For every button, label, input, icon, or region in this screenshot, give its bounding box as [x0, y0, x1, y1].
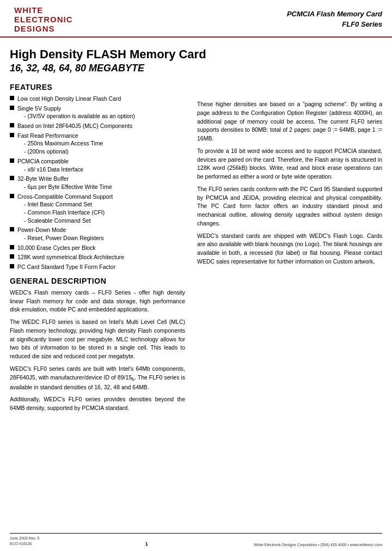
general-para-4: Additionally, WEDC's FLF0 series provide… [10, 395, 185, 413]
footer-page-number: 1 [145, 541, 148, 547]
sub-items: Intel Basic Command Set Common Flash Int… [17, 200, 185, 224]
footer-eco: ECO #16130 [10, 541, 39, 547]
footer-left: June 2003 Rev. 5 ECO #16130 [10, 536, 39, 547]
feature-text: Single 5V Supply (3V/5V operation is ava… [17, 105, 185, 120]
left-column: FEATURES Low cost High Density Linear Fl… [10, 77, 195, 417]
sub-items: x8/ x16 Data Interface [17, 166, 185, 174]
right-column: These higher densities are based on a "p… [195, 77, 382, 417]
bullet-icon [10, 133, 14, 137]
right-para-4: WEDC's standard cards are shipped with W… [197, 232, 382, 266]
sub-item: 6µs per Byte Effective Write Time [24, 183, 185, 191]
list-item: 10,000 Erase Cycles per Block [10, 244, 185, 252]
sub-items: 6µs per Byte Effective Write Time [17, 183, 185, 191]
sub-item: (3V/5V operation is available as an opti… [24, 112, 185, 120]
feature-text: Cross-Compatible Command Support Intel B… [17, 193, 185, 225]
page-header: White Electronic Designs PCMCIA Flash Me… [0, 0, 392, 38]
list-item: Based on Intel 28F640J5 (MLC) Components [10, 122, 185, 130]
list-item: Cross-Compatible Command Support Intel B… [10, 193, 185, 225]
bullet-icon [10, 227, 14, 231]
right-para-2: To provide a 16 bit word wide access and… [197, 147, 382, 181]
feature-text: 32-Byte Write Buffer 6µs per Byte Effect… [17, 175, 185, 191]
bullet-icon [10, 254, 14, 259]
sub-items: 250ns Maximum Access Time (200ns optiona… [17, 139, 185, 155]
right-para-3: The FLF0 series cards conform with the P… [197, 185, 382, 228]
sub-item: (200ns optional) [24, 148, 185, 156]
bullet-icon [10, 194, 14, 198]
general-para-3: WEDC's FLF0 series cards are built with … [10, 365, 185, 392]
feature-text: 10,000 Erase Cycles per Block [17, 244, 185, 252]
bullet-icon [10, 264, 14, 268]
sub-item: Scaleable Command Set [24, 217, 185, 225]
bullet-icon [10, 106, 14, 110]
features-header: FEATURES [10, 83, 185, 91]
list-item: PC Card Standard Type II Form Factor [10, 263, 185, 271]
list-item: Single 5V Supply (3V/5V operation is ava… [10, 105, 185, 120]
sub-item: Reset, Power Down Registers [24, 234, 185, 242]
product-line-label: PCMCIA Flash Memory Card [287, 9, 382, 19]
sub-items: (3V/5V operation is available as an opti… [17, 112, 185, 120]
feature-text: PC Card Standard Type II Form Factor [17, 263, 185, 271]
page-title: High Density FLASH Memory Card [10, 47, 382, 62]
logo-text: White Electronic Designs [14, 5, 73, 33]
series-label: FLF0 Series [287, 20, 382, 29]
list-item: Low cost High Density Linear Flash Card [10, 95, 185, 103]
features-list: Low cost High Density Linear Flash Card … [10, 95, 185, 271]
sub-item: Intel Basic Command Set [24, 200, 185, 209]
page-footer: June 2003 Rev. 5 ECO #16130 1 White Elec… [10, 533, 382, 547]
general-para-1: WEDC's Flash memory cards – FLF0 Series … [10, 289, 185, 314]
sub-item: 250ns Maximum Access Time [24, 139, 185, 148]
sub-items: Reset, Power Down Registers [17, 234, 185, 242]
feature-text: Power-Down Mode Reset, Power Down Regist… [17, 226, 185, 242]
right-para-1: These higher densities are based on a "p… [197, 100, 382, 143]
list-item: Fast Read Performance 250ns Maximum Acce… [10, 132, 185, 156]
footer-company-info: White Electronic Designs Corporation • (… [254, 543, 382, 547]
feature-text: PCMCIA compatible x8/ x16 Data Interface [17, 157, 185, 173]
feature-text: 128K word symmetrical Block Architecture [17, 253, 185, 261]
feature-text: Low cost High Density Linear Flash Card [17, 95, 185, 103]
general-para-2: The WEDC FLF0 series is based on Intel's… [10, 318, 185, 361]
sub-item: Common Flash Interface (CFI) [24, 209, 185, 217]
list-item: 128K word symmetrical Block Architecture [10, 253, 185, 261]
bullet-icon [10, 176, 14, 180]
bullet-icon [10, 96, 14, 100]
page-subtitle: 16, 32, 48, 64, 80 MEGABYTE [10, 63, 382, 74]
logo-area: White Electronic Designs [10, 5, 70, 33]
feature-text: Fast Read Performance 250ns Maximum Acce… [17, 132, 185, 156]
title-section: High Density FLASH Memory Card 16, 32, 4… [0, 38, 392, 77]
content-area: FEATURES Low cost High Density Linear Fl… [0, 77, 392, 417]
general-description-header: GENERAL DESCRIPTION [10, 277, 185, 285]
bullet-icon [10, 123, 14, 127]
feature-text: Based on Intel 28F640J5 (MLC) Components [17, 122, 185, 130]
bullet-icon [10, 245, 14, 249]
general-description-body: WEDC's Flash memory cards – FLF0 Series … [10, 289, 185, 413]
sub-item: x8/ x16 Data Interface [24, 166, 185, 174]
header-product-info: PCMCIA Flash Memory Card FLF0 Series [287, 9, 382, 29]
footer-date: June 2003 Rev. 5 [10, 536, 39, 541]
list-item: PCMCIA compatible x8/ x16 Data Interface [10, 157, 185, 173]
list-item: 32-Byte Write Buffer 6µs per Byte Effect… [10, 175, 185, 191]
bullet-icon [10, 158, 14, 163]
list-item: Power-Down Mode Reset, Power Down Regist… [10, 226, 185, 242]
